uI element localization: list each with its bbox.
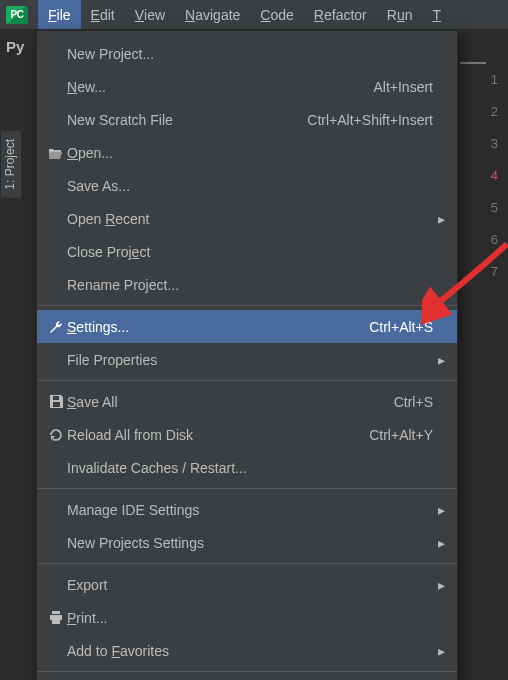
submenu-arrow-icon: ▸ <box>433 352 445 368</box>
menu-item-label: Save All <box>67 394 384 410</box>
gutter-line: 1 <box>470 64 498 96</box>
app-icon: PC <box>6 6 28 24</box>
gutter-line: 2 <box>470 96 498 128</box>
menu-item-label: Open Recent <box>67 211 433 227</box>
menu-item-rename-project[interactable]: Rename Project... <box>37 268 457 301</box>
menu-separator <box>37 380 457 381</box>
reload-icon <box>45 427 67 443</box>
submenu-arrow-icon: ▸ <box>433 502 445 518</box>
menu-item-manage-ide-settings[interactable]: Manage IDE Settings▸ <box>37 493 457 526</box>
menu-separator <box>37 563 457 564</box>
folder-open-icon <box>45 146 67 160</box>
menu-item-label: New Projects Settings <box>67 535 433 551</box>
menu-separator <box>37 305 457 306</box>
menu-item-label: Export <box>67 577 433 593</box>
editor-tab-label[interactable]: Py <box>0 38 24 55</box>
menu-item-label: Manage IDE Settings <box>67 502 433 518</box>
gutter-line: 5 <box>470 192 498 224</box>
menu-item-label: New Project... <box>67 46 433 62</box>
menubar-item-code[interactable]: Code <box>250 0 303 29</box>
menubar-item-run[interactable]: Run <box>377 0 423 29</box>
menu-item-label: Close Project <box>67 244 433 260</box>
gutter-line: 7 <box>470 256 498 288</box>
wrench-icon <box>45 319 67 335</box>
submenu-arrow-icon: ▸ <box>433 535 445 551</box>
menu-item-new-projects-settings[interactable]: New Projects Settings▸ <box>37 526 457 559</box>
menu-item-save-as[interactable]: Save As... <box>37 169 457 202</box>
menu-item-label: File Properties <box>67 352 433 368</box>
menu-item-label: Invalidate Caches / Restart... <box>67 460 433 476</box>
menu-item-label: Save As... <box>67 178 433 194</box>
menu-item-label: Settings... <box>67 319 359 335</box>
menu-separator <box>37 488 457 489</box>
menu-item-save-all[interactable]: Save AllCtrl+S <box>37 385 457 418</box>
menu-item-label: Reload All from Disk <box>67 427 359 443</box>
menu-item-settings[interactable]: Settings...Ctrl+Alt+S <box>37 310 457 343</box>
menu-item-shortcut: Ctrl+Alt+Shift+Insert <box>297 112 433 128</box>
menu-item-label: Print... <box>67 610 433 626</box>
menu-item-new-project[interactable]: New Project... <box>37 37 457 70</box>
submenu-arrow-icon: ▸ <box>433 643 445 659</box>
menubar-item-refactor[interactable]: Refactor <box>304 0 377 29</box>
menu-item-label: Open... <box>67 145 433 161</box>
menubar-item-navigate[interactable]: Navigate <box>175 0 250 29</box>
gutter-line: 4 <box>470 160 498 192</box>
menu-item-reload-all-from-disk[interactable]: Reload All from DiskCtrl+Alt+Y <box>37 418 457 451</box>
menu-item-label: Rename Project... <box>67 277 433 293</box>
menu-item-open-recent[interactable]: Open Recent▸ <box>37 202 457 235</box>
file-menu: New Project...New...Alt+InsertNew Scratc… <box>36 30 458 680</box>
menubar-item-t[interactable]: T <box>423 0 452 29</box>
menu-item-label: New Scratch File <box>67 112 297 128</box>
menubar-item-view[interactable]: View <box>125 0 175 29</box>
menubar-item-file[interactable]: File <box>38 0 81 29</box>
menu-item-label: New... <box>67 79 363 95</box>
save-icon <box>45 394 67 409</box>
menu-item-close-project[interactable]: Close Project <box>37 235 457 268</box>
menu-item-open[interactable]: Open... <box>37 136 457 169</box>
menu-item-new[interactable]: New...Alt+Insert <box>37 70 457 103</box>
menubar-item-edit[interactable]: Edit <box>81 0 125 29</box>
submenu-arrow-icon: ▸ <box>433 577 445 593</box>
print-icon <box>45 610 67 625</box>
submenu-arrow-icon: ▸ <box>433 211 445 227</box>
sidebar-tab-project[interactable]: 1: Project <box>0 130 22 199</box>
menu-separator <box>37 671 457 672</box>
menu-item-add-to-favorites[interactable]: Add to Favorites▸ <box>37 634 457 667</box>
menu-item-power-save-mode[interactable]: Power Save Mode <box>37 676 457 680</box>
menu-item-new-scratch-file[interactable]: New Scratch FileCtrl+Alt+Shift+Insert <box>37 103 457 136</box>
gutter-line: 6 <box>470 224 498 256</box>
menu-item-export[interactable]: Export▸ <box>37 568 457 601</box>
menu-item-print[interactable]: Print... <box>37 601 457 634</box>
menu-item-invalidate-caches-restart[interactable]: Invalidate Caches / Restart... <box>37 451 457 484</box>
menu-item-file-properties[interactable]: File Properties▸ <box>37 343 457 376</box>
menu-item-label: Add to Favorites <box>67 643 433 659</box>
menubar: PC FileEditViewNavigateCodeRefactorRunT <box>0 0 508 30</box>
menu-item-shortcut: Ctrl+S <box>384 394 433 410</box>
gutter-line: 3 <box>470 128 498 160</box>
menu-item-shortcut: Ctrl+Alt+Y <box>359 427 433 443</box>
menu-item-shortcut: Ctrl+Alt+S <box>359 319 433 335</box>
editor-gutter: 1234567 <box>470 64 508 288</box>
menu-item-shortcut: Alt+Insert <box>363 79 433 95</box>
